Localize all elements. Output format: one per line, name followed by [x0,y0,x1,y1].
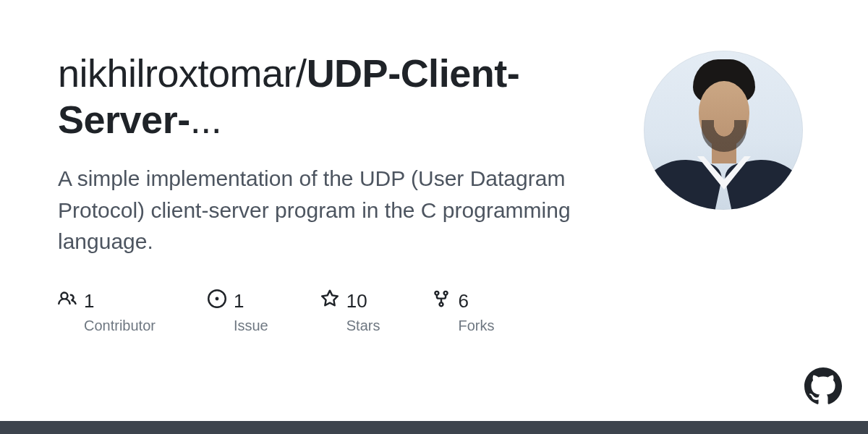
stat-contributors: 1 Contributor [58,289,156,334]
owner-avatar-wrap [644,51,803,210]
issues-count: 1 [234,290,244,312]
repo-owner: nikhilroxtomar [58,51,296,95]
repo-content: nikhilroxtomar/UDP-Client-Server-... A s… [58,51,615,334]
contributors-count: 1 [84,290,94,312]
owner-avatar [644,51,803,210]
footer-accent-bar [0,421,868,434]
people-icon [58,289,77,313]
stat-forks: 6 Forks [432,289,494,334]
issues-label: Issue [208,318,268,334]
stars-count: 10 [346,290,367,312]
repo-stats: 1 Contributor 1 Issue 10 [58,289,615,334]
forks-count: 6 [458,290,468,312]
stars-label: Stars [320,318,380,334]
ellipsis: ... [190,98,222,141]
stat-issues: 1 Issue [208,289,268,334]
stat-stars: 10 Stars [320,289,380,334]
star-icon [320,289,339,313]
contributors-label: Contributor [58,318,156,334]
repo-title: nikhilroxtomar/UDP-Client-Server-... [58,51,615,142]
github-logo-icon [804,367,842,405]
repo-description: A simple implementation of the UDP (User… [58,163,615,258]
fork-icon [432,289,451,313]
issue-icon [208,289,226,313]
forks-label: Forks [432,318,494,334]
repo-social-card: nikhilroxtomar/UDP-Client-Server-... A s… [0,0,868,334]
separator: / [296,51,307,95]
